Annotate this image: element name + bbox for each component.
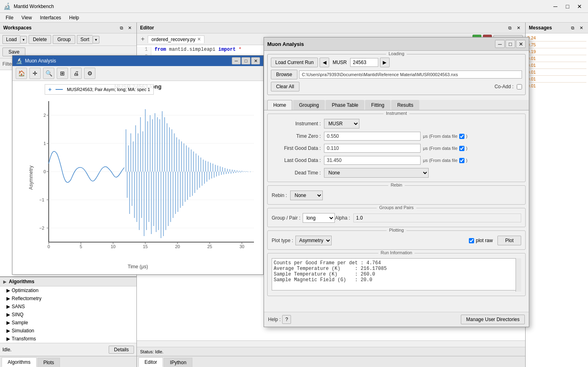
svg-text:25: 25: [207, 244, 212, 249]
algo-header[interactable]: ▶ Algorithms: [0, 277, 136, 286]
minimize-btn[interactable]: ─: [550, 2, 561, 10]
plot-btn[interactable]: Plot: [497, 236, 521, 245]
home-tool-btn[interactable]: 🏠: [16, 68, 27, 79]
group-btn[interactable]: Group: [53, 35, 75, 44]
dtab-grouping[interactable]: Grouping: [293, 100, 325, 110]
last-good-unit: μs (From data file ): [423, 158, 467, 163]
close-btn[interactable]: ✕: [574, 2, 585, 10]
tab-plots[interactable]: Plots: [37, 358, 60, 367]
rebin-section: Rebin Rebin : None: [267, 185, 526, 205]
editor-undock-btn[interactable]: ⧉: [506, 24, 514, 31]
tab-algorithms[interactable]: Algorithms: [2, 357, 37, 367]
gp-select[interactable]: long: [303, 213, 335, 223]
algo-item-optimization[interactable]: ▶ Optimization: [0, 286, 136, 294]
plot-type-select[interactable]: Asymmetry: [295, 236, 332, 245]
msg-undock-btn[interactable]: ⧉: [569, 24, 576, 31]
tab-ipython[interactable]: IPython: [164, 358, 192, 367]
zoom-tool-btn[interactable]: 🖨: [70, 68, 82, 79]
svg-text:0: 0: [47, 244, 50, 249]
legend-label: MUSR24563; Pair Asym; long; MA: spec 1: [67, 87, 150, 92]
muon-minimize-btn[interactable]: ─: [232, 57, 241, 64]
algo-item-sinq[interactable]: ▶ SINQ: [0, 311, 136, 319]
nav-back-btn[interactable]: ◀: [320, 58, 329, 67]
forward-tool-btn[interactable]: 🔍: [43, 68, 54, 79]
instrument-select[interactable]: MUSR: [324, 119, 359, 129]
dead-time-label: Dead Time :: [272, 170, 324, 176]
dtab-home[interactable]: Home: [267, 100, 292, 110]
alpha-input[interactable]: [353, 214, 521, 222]
algo-item-simulation[interactable]: ▶ Simulation: [0, 327, 136, 335]
menu-interfaces[interactable]: Interfaces: [36, 14, 65, 21]
load-current-run-btn[interactable]: Load Current Run: [271, 58, 318, 67]
ws-close-btn[interactable]: ✕: [126, 24, 133, 31]
dtab-results[interactable]: Results: [391, 100, 419, 110]
dialog-minimize-btn[interactable]: ─: [495, 40, 505, 48]
clear-all-btn[interactable]: Clear All: [271, 82, 299, 91]
algo-item-reflectometry[interactable]: ▶ Reflectometry: [0, 294, 136, 303]
time-zero-check[interactable]: [459, 134, 464, 139]
menu-file[interactable]: File: [2, 14, 17, 21]
load-dropdown[interactable]: Load ▾: [2, 35, 27, 44]
sort-btn[interactable]: Sort: [77, 35, 93, 44]
instrument-section-legend: Instrument: [384, 111, 409, 116]
load-btn[interactable]: Load: [2, 35, 20, 44]
close-tab-icon-0[interactable]: ✕: [197, 37, 201, 42]
loading-section: Loading Load Current Run ◀ MUSR ▶ Browse…: [267, 54, 526, 95]
pan-tool-btn[interactable]: ⊞: [57, 68, 68, 79]
back-tool-btn[interactable]: ✛: [29, 68, 41, 79]
status-bar: Idle. Details: [0, 343, 136, 356]
editor-close-btn[interactable]: ✕: [515, 24, 522, 31]
tab-content: Instrument Instrument : MUSR Time Zero :…: [264, 110, 529, 312]
plot-raw-label: plot raw: [476, 238, 493, 243]
muon-maximize-btn[interactable]: □: [241, 57, 250, 64]
dtab-fitting[interactable]: Fitting: [365, 100, 390, 110]
algo-item-sample[interactable]: ▶ Sample: [0, 319, 136, 327]
dialog-titlebar: Muon Analysis ─ □ ✕: [264, 37, 529, 51]
muon-plot-window: 🔬 Muon Analysis ─ □ ✕ 🏠 ✛ 🔍 ⊞ 🖨 ⚙ MUSR 2…: [12, 55, 264, 275]
algo-section: ▶ Algorithms ▶ Optimization ▶ Reflectome…: [0, 276, 136, 343]
algo-item-transforms[interactable]: ▶ Transforms: [0, 335, 136, 343]
muon-close-btn[interactable]: ✕: [251, 57, 260, 64]
run-info-scrollbar[interactable]: [516, 258, 521, 292]
tab-editor[interactable]: Editor: [138, 357, 163, 367]
browse-btn[interactable]: Browse: [271, 70, 297, 79]
algo-arrow-reflectometry: ▶: [6, 296, 10, 301]
sort-dropdown[interactable]: Sort ▾: [77, 35, 99, 44]
time-zero-input[interactable]: [324, 132, 421, 141]
ws-undock-btn[interactable]: ⧉: [118, 24, 125, 31]
editor-tab-0[interactable]: ordered_recovery.py ✕: [148, 35, 204, 43]
config-tool-btn[interactable]: ⚙: [84, 68, 95, 79]
rebin-select[interactable]: None: [290, 191, 323, 200]
last-good-check[interactable]: [459, 158, 464, 163]
plot-raw-checkbox[interactable]: [469, 238, 474, 243]
dead-time-select[interactable]: None: [324, 168, 429, 178]
help-btn[interactable]: ?: [282, 315, 291, 324]
dialog-maximize-btn[interactable]: □: [505, 40, 515, 48]
manage-dirs-btn[interactable]: Manage User Directories: [461, 315, 525, 324]
add-tab-btn[interactable]: +: [139, 35, 146, 43]
app-titlebar: 🔬 Mantid Workbench ─ □ ✕: [0, 0, 588, 13]
muon-plot-title-area: 🔬 Muon Analysis: [16, 58, 56, 64]
coadd-checkbox[interactable]: [517, 84, 522, 89]
editor-hscrollbar[interactable]: [137, 340, 525, 347]
menu-help[interactable]: Help: [65, 14, 83, 21]
details-btn[interactable]: Details: [109, 346, 134, 354]
sort-arrow-btn[interactable]: ▾: [93, 36, 99, 44]
first-good-input[interactable]: [324, 144, 421, 153]
alpha-label: Alpha :: [335, 215, 353, 221]
run-number-input[interactable]: [350, 58, 378, 67]
menu-view[interactable]: View: [17, 14, 36, 21]
first-good-check[interactable]: [459, 146, 464, 151]
run-info-textarea[interactable]: Counts per Good Frame per det : 4.764 Av…: [272, 258, 521, 290]
algo-item-sans[interactable]: ▶ SANS: [0, 303, 136, 311]
load-arrow-btn[interactable]: ▾: [20, 36, 27, 44]
delete-btn[interactable]: Delete: [29, 35, 52, 44]
msg-close-btn[interactable]: ✕: [578, 24, 585, 31]
dtab-phase-table[interactable]: Phase Table: [326, 100, 364, 110]
messages-title: Messages: [529, 25, 552, 31]
editor-header: Editor ⧉ ✕: [137, 23, 525, 33]
dialog-close-btn[interactable]: ✕: [516, 40, 526, 48]
last-good-input[interactable]: [324, 156, 421, 165]
nav-fwd-btn[interactable]: ▶: [380, 58, 390, 67]
maximize-btn[interactable]: □: [562, 2, 573, 10]
